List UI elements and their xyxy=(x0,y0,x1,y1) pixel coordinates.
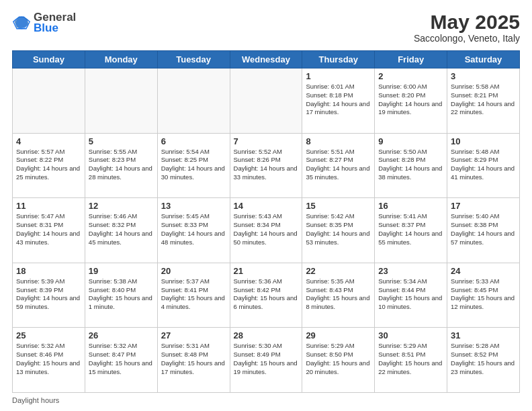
calendar-day-header: Tuesday xyxy=(157,51,230,68)
location: Saccolongo, Veneto, Italy xyxy=(414,33,520,44)
day-number: 26 xyxy=(89,330,154,340)
day-info: Sunrise: 5:30 AM Sunset: 8:49 PM Dayligh… xyxy=(234,342,299,376)
day-info: Sunrise: 5:48 AM Sunset: 8:29 PM Dayligh… xyxy=(451,148,516,182)
day-number: 23 xyxy=(378,266,443,276)
day-info: Sunrise: 5:45 AM Sunset: 8:33 PM Dayligh… xyxy=(161,212,226,246)
day-info: Sunrise: 5:41 AM Sunset: 8:37 PM Dayligh… xyxy=(378,212,443,246)
month-title: May 2025 xyxy=(414,11,520,33)
calendar-cell: 18Sunrise: 5:39 AM Sunset: 8:39 PM Dayli… xyxy=(13,263,85,328)
calendar-day-header: Sunday xyxy=(13,51,85,68)
calendar-cell: 3Sunrise: 5:58 AM Sunset: 8:21 PM Daylig… xyxy=(447,68,520,134)
day-number: 10 xyxy=(451,136,516,146)
day-info: Sunrise: 5:50 AM Sunset: 8:28 PM Dayligh… xyxy=(378,148,443,182)
day-number: 5 xyxy=(89,136,154,146)
day-info: Sunrise: 5:40 AM Sunset: 8:38 PM Dayligh… xyxy=(451,212,516,246)
calendar-day-header: Saturday xyxy=(447,51,520,68)
day-number: 12 xyxy=(89,201,154,211)
calendar-cell: 22Sunrise: 5:35 AM Sunset: 8:43 PM Dayli… xyxy=(302,263,375,328)
day-number: 28 xyxy=(234,330,299,340)
day-number: 19 xyxy=(89,266,154,276)
calendar-cell: 15Sunrise: 5:42 AM Sunset: 8:35 PM Dayli… xyxy=(302,198,375,263)
day-info: Sunrise: 5:31 AM Sunset: 8:48 PM Dayligh… xyxy=(161,342,226,376)
day-info: Sunrise: 6:00 AM Sunset: 8:20 PM Dayligh… xyxy=(378,83,443,117)
logo: General Blue xyxy=(12,11,76,35)
calendar-cell: 4Sunrise: 5:57 AM Sunset: 8:22 PM Daylig… xyxy=(13,133,85,198)
calendar-cell: 1Sunrise: 6:01 AM Sunset: 8:18 PM Daylig… xyxy=(302,68,375,134)
day-number: 1 xyxy=(306,71,371,81)
day-info: Sunrise: 5:42 AM Sunset: 8:35 PM Dayligh… xyxy=(306,212,371,246)
calendar-cell: 2Sunrise: 6:00 AM Sunset: 8:20 PM Daylig… xyxy=(375,68,447,134)
calendar-cell: 16Sunrise: 5:41 AM Sunset: 8:37 PM Dayli… xyxy=(375,198,447,263)
calendar-day-header: Wednesday xyxy=(230,51,302,68)
day-number: 15 xyxy=(306,201,371,211)
calendar-cell: 31Sunrise: 5:28 AM Sunset: 8:52 PM Dayli… xyxy=(447,328,520,393)
calendar-cell xyxy=(157,68,230,134)
header: General Blue May 2025 Saccolongo, Veneto… xyxy=(12,11,520,44)
day-number: 13 xyxy=(161,201,226,211)
day-number: 7 xyxy=(234,136,299,146)
logo-text: General Blue xyxy=(34,11,76,35)
calendar-cell: 7Sunrise: 5:52 AM Sunset: 8:26 PM Daylig… xyxy=(230,133,302,198)
day-info: Sunrise: 5:36 AM Sunset: 8:42 PM Dayligh… xyxy=(234,277,299,312)
day-info: Sunrise: 5:55 AM Sunset: 8:23 PM Dayligh… xyxy=(89,148,154,182)
day-number: 18 xyxy=(16,266,81,276)
day-number: 25 xyxy=(16,330,81,340)
day-number: 14 xyxy=(234,201,299,211)
calendar-cell: 10Sunrise: 5:48 AM Sunset: 8:29 PM Dayli… xyxy=(447,133,520,198)
title-block: May 2025 Saccolongo, Veneto, Italy xyxy=(414,11,520,44)
calendar-cell: 6Sunrise: 5:54 AM Sunset: 8:25 PM Daylig… xyxy=(157,133,230,198)
calendar-cell: 12Sunrise: 5:46 AM Sunset: 8:32 PM Dayli… xyxy=(85,198,157,263)
calendar-cell: 25Sunrise: 5:32 AM Sunset: 8:46 PM Dayli… xyxy=(13,328,85,393)
day-info: Sunrise: 5:57 AM Sunset: 8:22 PM Dayligh… xyxy=(16,148,81,182)
calendar-week-row: 18Sunrise: 5:39 AM Sunset: 8:39 PM Dayli… xyxy=(13,263,520,328)
calendar-day-header: Thursday xyxy=(302,51,375,68)
calendar-day-header: Monday xyxy=(85,51,157,68)
calendar-cell: 19Sunrise: 5:38 AM Sunset: 8:40 PM Dayli… xyxy=(85,263,157,328)
calendar-cell: 14Sunrise: 5:43 AM Sunset: 8:34 PM Dayli… xyxy=(230,198,302,263)
day-info: Sunrise: 5:39 AM Sunset: 8:39 PM Dayligh… xyxy=(16,277,81,312)
calendar-cell: 29Sunrise: 5:29 AM Sunset: 8:50 PM Dayli… xyxy=(302,328,375,393)
day-number: 21 xyxy=(234,266,299,276)
generalblue-logo-icon xyxy=(12,13,31,32)
calendar-header-row: SundayMondayTuesdayWednesdayThursdayFrid… xyxy=(13,51,520,68)
day-number: 30 xyxy=(378,330,443,340)
day-info: Sunrise: 5:52 AM Sunset: 8:26 PM Dayligh… xyxy=(234,148,299,182)
calendar-week-row: 4Sunrise: 5:57 AM Sunset: 8:22 PM Daylig… xyxy=(13,133,520,198)
day-number: 29 xyxy=(306,330,371,340)
day-number: 2 xyxy=(378,71,443,81)
daylight-label: Daylight hours xyxy=(12,396,59,404)
day-info: Sunrise: 5:35 AM Sunset: 8:43 PM Dayligh… xyxy=(306,277,371,312)
calendar-cell xyxy=(13,68,85,134)
calendar-cell: 24Sunrise: 5:33 AM Sunset: 8:45 PM Dayli… xyxy=(447,263,520,328)
day-info: Sunrise: 5:38 AM Sunset: 8:40 PM Dayligh… xyxy=(89,277,154,312)
calendar-cell: 21Sunrise: 5:36 AM Sunset: 8:42 PM Dayli… xyxy=(230,263,302,328)
day-info: Sunrise: 5:43 AM Sunset: 8:34 PM Dayligh… xyxy=(234,212,299,246)
calendar-week-row: 11Sunrise: 5:47 AM Sunset: 8:31 PM Dayli… xyxy=(13,198,520,263)
calendar-cell: 13Sunrise: 5:45 AM Sunset: 8:33 PM Dayli… xyxy=(157,198,230,263)
day-number: 9 xyxy=(378,136,443,146)
day-info: Sunrise: 5:47 AM Sunset: 8:31 PM Dayligh… xyxy=(16,212,81,246)
calendar-cell: 28Sunrise: 5:30 AM Sunset: 8:49 PM Dayli… xyxy=(230,328,302,393)
day-number: 3 xyxy=(451,71,516,81)
calendar-cell: 20Sunrise: 5:37 AM Sunset: 8:41 PM Dayli… xyxy=(157,263,230,328)
calendar-week-row: 1Sunrise: 6:01 AM Sunset: 8:18 PM Daylig… xyxy=(13,68,520,134)
day-info: Sunrise: 5:34 AM Sunset: 8:44 PM Dayligh… xyxy=(378,277,443,312)
day-number: 27 xyxy=(161,330,226,340)
calendar-day-header: Friday xyxy=(375,51,447,68)
calendar-cell: 26Sunrise: 5:32 AM Sunset: 8:47 PM Dayli… xyxy=(85,328,157,393)
calendar-cell: 30Sunrise: 5:29 AM Sunset: 8:51 PM Dayli… xyxy=(375,328,447,393)
day-number: 20 xyxy=(161,266,226,276)
calendar-cell: 27Sunrise: 5:31 AM Sunset: 8:48 PM Dayli… xyxy=(157,328,230,393)
calendar-cell xyxy=(85,68,157,134)
day-number: 17 xyxy=(451,201,516,211)
calendar-cell: 5Sunrise: 5:55 AM Sunset: 8:23 PM Daylig… xyxy=(85,133,157,198)
page: General Blue May 2025 Saccolongo, Veneto… xyxy=(0,0,532,411)
day-info: Sunrise: 5:54 AM Sunset: 8:25 PM Dayligh… xyxy=(161,148,226,182)
calendar-cell: 17Sunrise: 5:40 AM Sunset: 8:38 PM Dayli… xyxy=(447,198,520,263)
day-info: Sunrise: 5:29 AM Sunset: 8:51 PM Dayligh… xyxy=(378,342,443,376)
day-number: 11 xyxy=(16,201,81,211)
day-info: Sunrise: 5:58 AM Sunset: 8:21 PM Dayligh… xyxy=(451,83,516,117)
day-number: 8 xyxy=(306,136,371,146)
day-number: 16 xyxy=(378,201,443,211)
calendar-cell xyxy=(230,68,302,134)
